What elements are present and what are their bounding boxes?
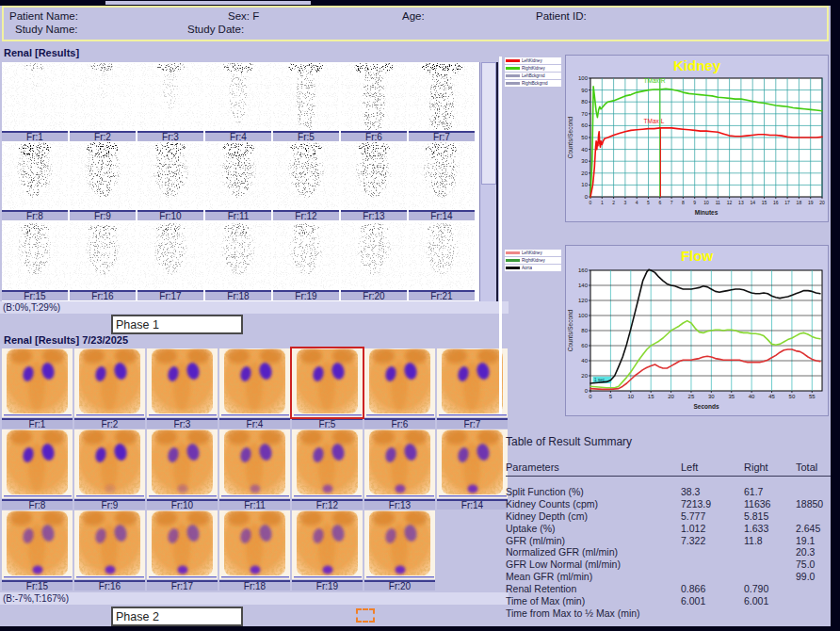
frame-thumbnail[interactable]: Fr:5 bbox=[273, 63, 341, 142]
svg-text:1: 1 bbox=[601, 200, 604, 205]
frame-thumbnail[interactable]: Fr:20 bbox=[364, 510, 437, 591]
frame-label: Fr:20 bbox=[341, 290, 407, 300]
frame-label: Fr:12 bbox=[292, 499, 363, 510]
frame-thumbnail[interactable]: Fr:11 bbox=[205, 142, 273, 221]
frame-thumbnail[interactable]: Fr:12 bbox=[292, 429, 364, 510]
svg-text:80: 80 bbox=[581, 99, 588, 105]
svg-text:7: 7 bbox=[670, 200, 673, 205]
legend-swatch bbox=[506, 74, 520, 77]
frame-thumbnail[interactable]: Fr:1 bbox=[2, 63, 70, 142]
frame-thumbnail[interactable]: Fr:13 bbox=[364, 429, 437, 510]
frame-label: Fr:5 bbox=[292, 418, 363, 429]
frame-thumbnail[interactable]: Fr:18 bbox=[205, 222, 273, 301]
svg-text:55: 55 bbox=[809, 394, 816, 399]
col-parameters: Parameters bbox=[506, 461, 559, 473]
roi-selection-marker[interactable] bbox=[356, 608, 375, 623]
parameter-value: 7.322 bbox=[681, 535, 705, 546]
frame-label: Fr:4 bbox=[219, 418, 290, 429]
svg-text:80: 80 bbox=[581, 328, 588, 333]
svg-text:16: 16 bbox=[773, 200, 779, 205]
legend-item: RightBckgrnd bbox=[505, 80, 561, 87]
svg-text:100: 100 bbox=[578, 75, 589, 81]
frame-thumbnail[interactable]: Fr:14 bbox=[409, 142, 477, 221]
frame-thumbnail[interactable]: Fr:7 bbox=[409, 63, 477, 142]
svg-text:30: 30 bbox=[708, 394, 715, 399]
frame-thumbnail[interactable]: Fr:19 bbox=[292, 510, 364, 591]
frame-thumbnail[interactable]: Fr:1 bbox=[2, 348, 74, 429]
svg-text:17: 17 bbox=[784, 200, 790, 205]
kidney-chart-legend: LeftKidneyRightKidneyLeftBckgrndRightBck… bbox=[505, 57, 561, 88]
svg-text:11: 11 bbox=[716, 200, 720, 205]
frame-thumbnail[interactable]: Fr:3 bbox=[137, 63, 205, 142]
frame-thumbnail[interactable]: Fr:15 bbox=[2, 510, 74, 591]
frame-thumbnail[interactable]: Fr:3 bbox=[147, 348, 219, 429]
phase1-scrollbar[interactable] bbox=[479, 62, 496, 301]
legend-item: RightKidney bbox=[505, 65, 561, 72]
col-total: Total bbox=[796, 461, 817, 473]
frame-thumbnail[interactable]: Fr:16 bbox=[74, 510, 147, 591]
frame-thumbnail[interactable]: Fr:17 bbox=[137, 222, 205, 301]
frame-label: Fr:8 bbox=[2, 499, 73, 510]
phase2-name-input[interactable] bbox=[111, 607, 243, 626]
svg-text:6: 6 bbox=[658, 200, 661, 205]
frame-thumbnail[interactable]: Fr:12 bbox=[273, 142, 341, 221]
frame-thumbnail[interactable]: Fr:10 bbox=[147, 429, 219, 510]
phase2-status-text: (B:-7%,T:167%) bbox=[0, 592, 509, 605]
parameter-value: 19.1 bbox=[796, 535, 815, 546]
col-left: Left bbox=[681, 461, 698, 473]
svg-text:45: 45 bbox=[768, 394, 775, 399]
frame-label: Fr:9 bbox=[70, 210, 136, 220]
table-row: Normalized GFR (ml/min)20.3 bbox=[506, 546, 831, 558]
frame-thumbnail[interactable]: Fr:4 bbox=[205, 63, 273, 142]
parameter-name: Renal Retention bbox=[506, 583, 576, 594]
frame-thumbnail[interactable]: Fr:20 bbox=[341, 222, 409, 301]
frame-thumbnail[interactable]: Fr:18 bbox=[219, 510, 292, 591]
phase1-scrollbar-thumb[interactable] bbox=[481, 62, 496, 185]
frame-thumbnail[interactable]: Fr:9 bbox=[74, 429, 147, 510]
frame-thumbnail[interactable]: Fr:2 bbox=[70, 63, 137, 142]
legend-swatch bbox=[506, 67, 520, 70]
table-row: Renal Retention0.8660.790 bbox=[506, 583, 831, 595]
frame-thumbnail[interactable]: Fr:2 bbox=[74, 348, 147, 429]
frame-label: Fr:15 bbox=[2, 580, 73, 591]
frame-label: Fr:18 bbox=[205, 290, 271, 300]
frame-thumbnail[interactable]: Fr:13 bbox=[341, 142, 409, 221]
svg-text:60: 60 bbox=[581, 122, 588, 128]
frame-thumbnail[interactable]: Fr:5 bbox=[292, 348, 364, 429]
kidney-chart: 0102030405060708090100012345678910111213… bbox=[566, 74, 828, 225]
frame-label: Fr:18 bbox=[219, 580, 290, 591]
svg-text:20: 20 bbox=[581, 170, 588, 176]
frame-thumbnail[interactable]: Fr:10 bbox=[137, 142, 205, 221]
frame-thumbnail[interactable]: Fr:16 bbox=[70, 222, 137, 301]
frame-thumbnail[interactable]: Fr:19 bbox=[273, 222, 341, 301]
svg-text:19: 19 bbox=[808, 200, 814, 205]
legend-label: Aorta bbox=[522, 266, 532, 270]
patient-name-label: Patient Name: bbox=[9, 10, 78, 22]
patient-id-label: Patient ID: bbox=[536, 10, 587, 22]
frame-thumbnail[interactable]: Fr:4 bbox=[219, 348, 292, 429]
frame-thumbnail[interactable]: Fr:6 bbox=[364, 348, 437, 429]
frame-thumbnail[interactable]: Fr:11 bbox=[219, 429, 292, 510]
svg-text:TMax L: TMax L bbox=[644, 118, 665, 124]
frame-thumbnail[interactable]: Fr:8 bbox=[2, 142, 70, 221]
frame-thumbnail[interactable]: Fr:9 bbox=[70, 142, 137, 221]
table-row: Time from Max to ½ Max (min) bbox=[506, 607, 831, 620]
phase2-section-title: Renal [Results] 7/23/2025 bbox=[4, 334, 128, 346]
svg-text:Seconds: Seconds bbox=[693, 403, 719, 410]
frame-thumbnail[interactable]: Fr:6 bbox=[341, 63, 409, 142]
frame-label: Fr:2 bbox=[70, 131, 136, 141]
flow-chart-title: Flow bbox=[566, 246, 828, 265]
frame-label: Fr:12 bbox=[273, 210, 339, 220]
svg-text:5: 5 bbox=[647, 200, 650, 205]
phase1-name-input[interactable] bbox=[111, 315, 243, 334]
svg-text:10: 10 bbox=[627, 394, 634, 399]
frame-thumbnail[interactable]: Fr:17 bbox=[147, 510, 219, 591]
frame-label: Fr:11 bbox=[219, 499, 290, 510]
frame-thumbnail[interactable]: Fr:8 bbox=[2, 429, 74, 510]
frame-thumbnail[interactable]: Fr:15 bbox=[2, 222, 70, 301]
parameter-value: 38.3 bbox=[681, 486, 700, 497]
svg-text:8: 8 bbox=[682, 200, 685, 205]
frame-thumbnail[interactable]: Fr:14 bbox=[437, 429, 509, 510]
frame-thumbnail[interactable]: Fr:21 bbox=[409, 222, 477, 301]
legend-swatch bbox=[506, 259, 520, 262]
